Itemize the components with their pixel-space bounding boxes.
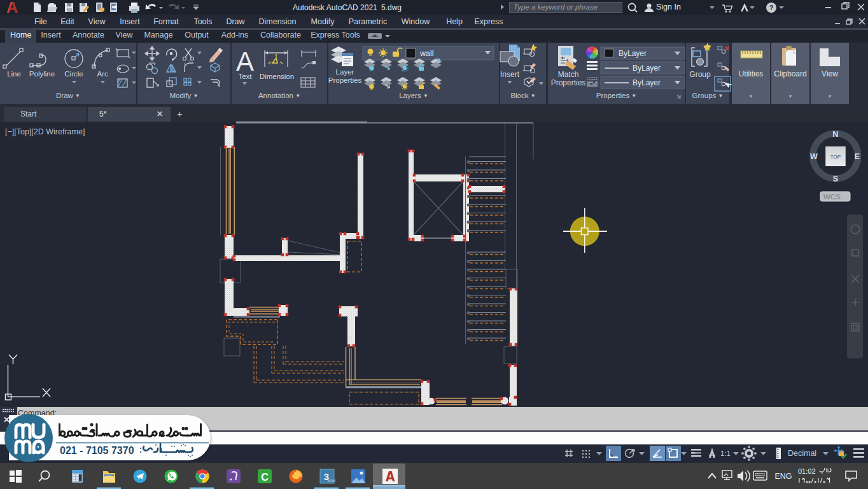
svg-text:Dimension: Dimension (260, 73, 294, 80)
svg-text:C: C (261, 472, 269, 483)
svg-text:E: E (855, 152, 860, 161)
svg-text:MAX: MAX (327, 479, 335, 483)
svg-text:01:02: 01:02 (798, 467, 816, 475)
svg-text:Group: Group (689, 70, 711, 79)
svg-text:N: N (832, 130, 838, 139)
svg-text:W: W (810, 152, 818, 161)
svg-text:WCS: WCS (823, 193, 841, 201)
svg-text:Properties: Properties (551, 78, 586, 87)
svg-text:Properties: Properties (328, 76, 362, 84)
svg-text:ENG: ENG (774, 472, 792, 481)
svg-text:1:1: 1:1 (720, 450, 731, 457)
svg-text:Layer: Layer (336, 68, 354, 76)
svg-text:Insert: Insert (500, 70, 520, 79)
svg-text:Match: Match (558, 70, 579, 79)
svg-text:?: ? (769, 4, 774, 11)
svg-text:ByLayer: ByLayer (633, 78, 661, 87)
svg-text:Text: Text (238, 73, 252, 80)
svg-text:ByLayer: ByLayer (633, 64, 661, 73)
svg-text:TOP: TOP (830, 154, 841, 160)
svg-text:S: S (833, 174, 838, 183)
svg-text:A: A (236, 46, 254, 76)
svg-text:ByLayer: ByLayer (619, 49, 647, 58)
svg-text:Decimal: Decimal (788, 449, 816, 458)
svg-text:wall: wall (419, 49, 434, 58)
svg-text:021 - 7105 7370: 021 - 7105 7370 (60, 445, 134, 456)
